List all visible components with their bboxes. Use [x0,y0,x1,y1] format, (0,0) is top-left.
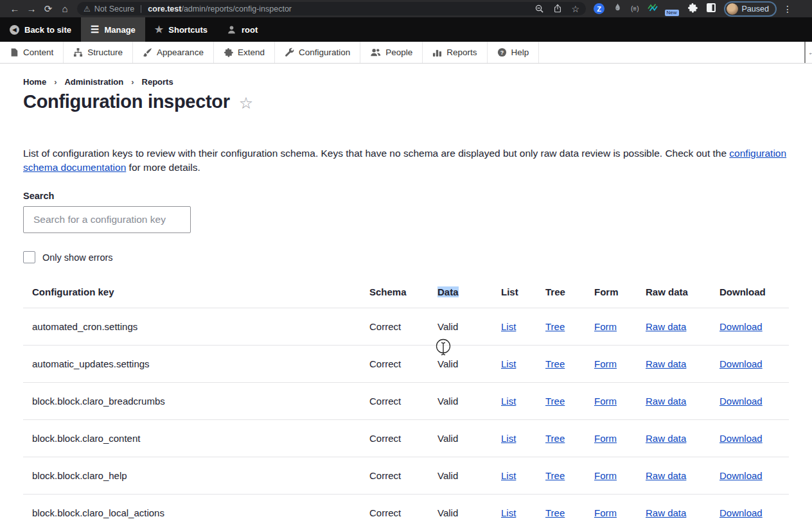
download-link[interactable]: Download [719,470,763,481]
raw-data-link[interactable]: Raw data [646,396,686,407]
menu-label: Configuration [299,48,350,57]
header-tree: Tree [545,286,594,308]
breadcrumb-administration-link[interactable]: Administration [64,77,123,87]
table-row: automated_cron.settings Correct Valid Li… [23,308,789,345]
user-label: root [242,25,258,35]
table-row: block.block.claro_local_actions Correct … [23,494,789,526]
schema-status: Correct [369,382,437,419]
list-link[interactable]: List [501,433,516,444]
back-to-site-button[interactable]: ◄ Back to site [0,17,81,42]
config-key: block.block.claro_breadcrumbs [23,382,369,419]
raw-data-link[interactable]: Raw data [646,470,686,481]
raw-data-link[interactable]: Raw data [646,358,686,369]
back-to-site-label: Back to site [24,25,71,35]
user-account-tab[interactable]: root [217,17,267,42]
form-link[interactable]: Form [594,433,617,444]
back-icon[interactable]: ← [6,3,23,14]
header-raw-data: Raw data [646,286,719,308]
form-link[interactable]: Form [594,396,617,407]
tree-link[interactable]: Tree [545,433,565,444]
download-link[interactable]: Download [719,507,763,518]
menu-item-appearance[interactable]: Appearance [133,42,214,63]
list-link[interactable]: List [501,358,516,369]
raw-data-link[interactable]: Raw data [646,507,686,518]
reload-icon[interactable]: ⟳ [40,3,57,15]
favorite-star-icon[interactable]: ☆ [239,94,253,112]
share-icon[interactable] [553,4,562,13]
menu-item-reports[interactable]: Reports [423,42,487,63]
manage-tab[interactable]: ☰ Manage [81,17,145,42]
address-bar[interactable]: ⚠ Not Secure core.test /admin/reports/co… [77,2,586,15]
menu-item-configuration[interactable]: Configuration [275,42,360,63]
schema-status: Correct [369,345,437,382]
download-link[interactable]: Download [719,321,763,332]
extensions-puzzle-icon[interactable] [687,3,698,15]
raw-data-link[interactable]: Raw data [646,321,686,332]
search-label: Search [23,191,789,201]
header-download: Download [719,286,789,308]
menu-label: Help [511,48,529,57]
download-link[interactable]: Download [719,396,763,407]
selected-text-highlight: Data [437,286,459,297]
paren-extension-icon[interactable]: (≡) [631,5,639,12]
data-status: Valid [437,308,501,345]
drupal-extension-icon[interactable] [613,3,622,15]
profile-chip[interactable]: Paused [724,1,777,17]
description-text: List of configuration keys to review wit… [23,148,729,159]
side-panel-icon[interactable] [706,3,716,15]
menu-item-structure[interactable]: Structure [64,42,133,63]
raw-data-link[interactable]: Raw data [646,433,686,444]
paintbrush-icon [143,48,152,57]
browser-menu-icon[interactable]: ⋮ [783,4,792,14]
browser-chrome: ← → ⟳ ⌂ ⚠ Not Secure core.test /admin/re… [0,0,812,17]
forward-icon[interactable]: → [23,3,40,14]
svg-text:?: ? [500,49,503,56]
breadcrumb-home-link[interactable]: Home [23,77,46,87]
header-form: Form [594,286,646,308]
list-link[interactable]: List [501,396,516,407]
shortcuts-label: Shortcuts [168,25,207,35]
form-link[interactable]: Form [594,507,617,518]
menu-item-content[interactable]: Content [0,42,64,63]
zigzag-extension-icon[interactable] [648,3,658,15]
zoom-out-icon[interactable] [534,4,544,13]
table-row: block.block.claro_help Correct Valid Lis… [23,457,789,494]
tree-link[interactable]: Tree [545,396,565,407]
home-icon[interactable]: ⌂ [57,3,73,14]
description-text: for more details. [126,162,200,173]
bookmark-star-icon[interactable]: ☆ [571,4,579,14]
page-title: Configuration inspector [23,91,230,112]
new-badge: New [665,10,679,16]
search-input[interactable] [23,206,191,233]
form-link[interactable]: Form [594,321,617,332]
breadcrumb-separator: › [131,77,134,87]
download-link[interactable]: Download [719,433,763,444]
breadcrumb-reports-link[interactable]: Reports [142,77,173,87]
tree-link[interactable]: Tree [545,321,565,332]
menu-item-help[interactable]: ? Help [488,42,540,63]
tree-link[interactable]: Tree [545,470,565,481]
new-extension-icon[interactable]: New [666,3,679,15]
list-link[interactable]: List [501,321,516,332]
header-list: List [501,286,545,308]
list-link[interactable]: List [501,470,516,481]
back-to-site-icon: ◄ [10,25,19,35]
table-row: automatic_updates.settings Correct Valid… [23,345,789,382]
download-link[interactable]: Download [719,358,763,369]
schema-status: Correct [369,419,437,457]
toolbar-collapse-icon[interactable]: ← [804,42,812,63]
security-label: Not Secure [94,4,135,13]
list-link[interactable]: List [501,507,516,518]
form-link[interactable]: Form [594,470,617,481]
tree-link[interactable]: Tree [545,507,565,518]
form-link[interactable]: Form [594,358,617,369]
only-show-errors-label: Only show errors [42,252,113,263]
not-secure-warning-icon: ⚠ [84,4,91,13]
shortcuts-tab[interactable]: ★ Shortcuts [145,17,217,42]
tree-link[interactable]: Tree [545,358,565,369]
only-show-errors-checkbox[interactable] [23,251,35,263]
z-extension-icon[interactable]: Z [594,3,605,14]
config-key: block.block.claro_local_actions [23,494,369,526]
menu-item-extend[interactable]: Extend [214,42,275,63]
menu-item-people[interactable]: People [360,42,423,63]
